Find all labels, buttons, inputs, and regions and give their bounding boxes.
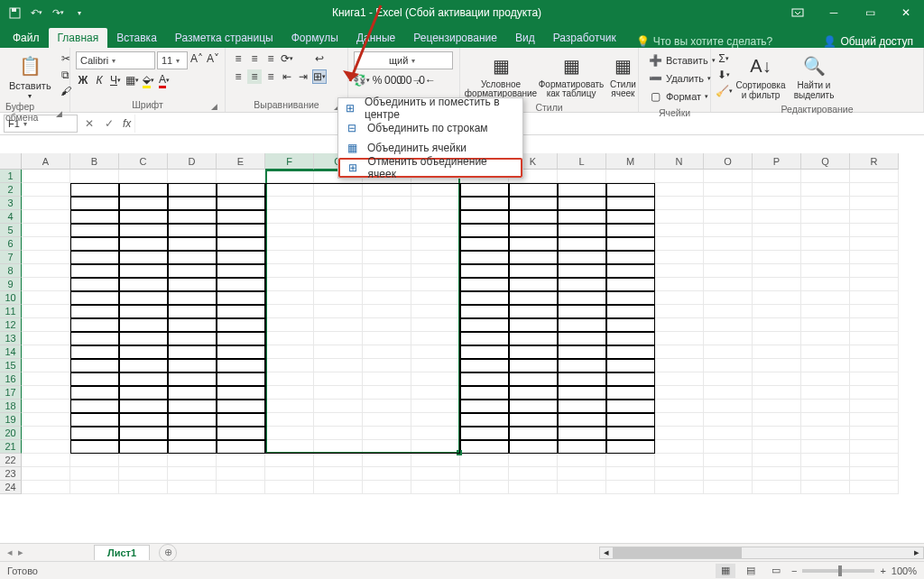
- cell[interactable]: [22, 210, 70, 224]
- cell[interactable]: [217, 481, 265, 494]
- col-header-A[interactable]: A: [22, 153, 70, 170]
- cell[interactable]: [558, 481, 606, 494]
- insert-cells-button[interactable]: ➕Вставить▾: [644, 51, 719, 69]
- cell[interactable]: [22, 454, 70, 467]
- cell[interactable]: [801, 237, 850, 251]
- cell[interactable]: [704, 386, 753, 400]
- cell[interactable]: [704, 305, 753, 318]
- cell[interactable]: [70, 170, 119, 183]
- cell[interactable]: [22, 183, 70, 197]
- cell[interactable]: [70, 454, 119, 467]
- align-center-icon[interactable]: ≡: [247, 69, 262, 84]
- redo-icon[interactable]: ↷▾: [51, 5, 65, 20]
- cell[interactable]: [704, 372, 753, 386]
- cell[interactable]: [265, 467, 314, 481]
- cell[interactable]: [801, 210, 850, 224]
- shrink-font-icon[interactable]: A˅: [206, 51, 220, 66]
- cell[interactable]: [22, 427, 70, 440]
- cell[interactable]: [704, 224, 753, 237]
- font-size-select[interactable]: 11: [157, 51, 188, 69]
- col-header-P[interactable]: P: [753, 153, 801, 170]
- cell[interactable]: [850, 372, 899, 386]
- col-header-C[interactable]: C: [119, 153, 168, 170]
- cell[interactable]: [850, 359, 899, 372]
- cell[interactable]: [753, 278, 801, 291]
- cell[interactable]: [22, 305, 70, 318]
- cell[interactable]: [460, 481, 509, 494]
- cell[interactable]: [22, 251, 70, 264]
- cell[interactable]: [22, 372, 70, 386]
- tell-me-search[interactable]: 💡Что вы хотите сделать?: [636, 35, 773, 48]
- cell[interactable]: [704, 467, 753, 481]
- cell[interactable]: [119, 170, 168, 183]
- col-header-B[interactable]: B: [70, 153, 119, 170]
- cell[interactable]: [850, 386, 899, 400]
- cell[interactable]: [753, 251, 801, 264]
- cell[interactable]: [850, 210, 899, 224]
- row-header-9[interactable]: 9: [0, 278, 22, 291]
- row-header-13[interactable]: 13: [0, 332, 22, 345]
- cell[interactable]: [704, 197, 753, 210]
- cell[interactable]: [22, 264, 70, 278]
- cell[interactable]: [655, 210, 704, 224]
- cell[interactable]: [22, 386, 70, 400]
- cell[interactable]: [801, 413, 850, 427]
- zoom-slider[interactable]: [802, 569, 874, 573]
- cell[interactable]: [753, 291, 801, 305]
- cell[interactable]: [801, 345, 850, 359]
- cell[interactable]: [22, 332, 70, 345]
- cell[interactable]: [119, 467, 168, 481]
- increase-indent-icon[interactable]: ⇥: [296, 69, 310, 84]
- cell[interactable]: [704, 318, 753, 332]
- cell[interactable]: [753, 359, 801, 372]
- cell[interactable]: [801, 454, 850, 467]
- cell[interactable]: [314, 467, 363, 481]
- row-header-24[interactable]: 24: [0, 481, 22, 494]
- cell[interactable]: [801, 170, 850, 183]
- row-header-5[interactable]: 5: [0, 224, 22, 237]
- fill-icon[interactable]: ⬇▾: [716, 68, 731, 82]
- cell[interactable]: [655, 305, 704, 318]
- cell[interactable]: [850, 454, 899, 467]
- cell[interactable]: [70, 467, 119, 481]
- cell[interactable]: [22, 400, 70, 413]
- tab-data[interactable]: Данные: [347, 28, 404, 48]
- enter-formula-icon[interactable]: ✓: [99, 114, 119, 133]
- cell[interactable]: [22, 278, 70, 291]
- cell[interactable]: [119, 481, 168, 494]
- cell[interactable]: [460, 467, 509, 481]
- cell[interactable]: [655, 278, 704, 291]
- cell[interactable]: [801, 481, 850, 494]
- tab-developer[interactable]: Разработчик: [544, 28, 625, 48]
- cell[interactable]: [655, 264, 704, 278]
- number-format-select[interactable]: щий: [354, 51, 453, 69]
- tab-insert[interactable]: Вставка: [107, 28, 166, 48]
- cell[interactable]: [558, 170, 606, 183]
- share-button[interactable]: 👤Общий доступ: [812, 35, 924, 48]
- cell[interactable]: [850, 400, 899, 413]
- cell[interactable]: [655, 440, 704, 454]
- cell[interactable]: [801, 400, 850, 413]
- row-header-22[interactable]: 22: [0, 454, 22, 467]
- cell[interactable]: [753, 332, 801, 345]
- row-header-7[interactable]: 7: [0, 251, 22, 264]
- cell[interactable]: [753, 318, 801, 332]
- conditional-formatting-button[interactable]: ▦ Условное форматирование: [466, 51, 536, 100]
- view-normal-icon[interactable]: ▦: [716, 564, 735, 578]
- cell[interactable]: [217, 467, 265, 481]
- row-header-15[interactable]: 15: [0, 359, 22, 372]
- cell[interactable]: [801, 372, 850, 386]
- cell[interactable]: [265, 481, 314, 494]
- cell[interactable]: [801, 359, 850, 372]
- cell[interactable]: [704, 427, 753, 440]
- cell[interactable]: [850, 251, 899, 264]
- row-header-2[interactable]: 2: [0, 183, 22, 197]
- menu-merge-across[interactable]: ⊟Объединить по строкам: [338, 118, 522, 138]
- cell[interactable]: [22, 291, 70, 305]
- cell[interactable]: [801, 291, 850, 305]
- cell[interactable]: [411, 454, 460, 467]
- clear-icon[interactable]: 🧹▾: [716, 84, 731, 98]
- cell[interactable]: [22, 318, 70, 332]
- col-header-E[interactable]: E: [217, 153, 265, 170]
- cell[interactable]: [22, 345, 70, 359]
